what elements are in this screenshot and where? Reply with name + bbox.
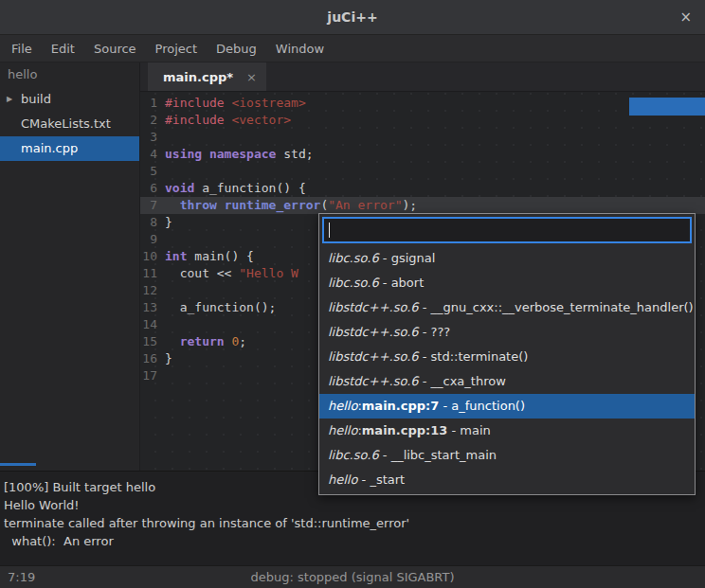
window-title: juCi++ — [327, 9, 377, 25]
backtrace-item[interactable]: libstdc++.so.6 - ??? — [319, 320, 695, 345]
line-number: 3 — [140, 129, 157, 146]
code-text: } — [165, 214, 172, 231]
window-close-icon[interactable]: × — [679, 9, 692, 26]
backtrace-search-input[interactable] — [322, 217, 692, 243]
file-tree: ▶buildCMakeLists.txtmain.cpp — [0, 87, 139, 161]
menu-debug[interactable]: Debug — [207, 35, 266, 62]
code-text: a_function(); — [165, 299, 276, 316]
status-bar: 7:19 debug: stopped (signal SIGABRT) — [0, 565, 705, 588]
line-number: 15 — [140, 333, 157, 350]
code-text: throw runtime_error("An error"); — [165, 197, 417, 214]
output-line: terminate called after throwing an insta… — [4, 514, 701, 532]
output-line: what(): An error — [4, 532, 701, 550]
backtrace-item[interactable]: libc.so.6 - abort — [319, 271, 695, 295]
code-line: 2#include <vector> — [140, 112, 705, 129]
debug-status: debug: stopped (signal SIGABRT) — [0, 566, 705, 588]
tree-item-build[interactable]: ▶build — [0, 87, 139, 112]
line-number: 16 — [140, 350, 157, 367]
backtrace-popup: libc.so.6 - gsignallibc.so.6 - abortlibs… — [318, 213, 696, 495]
sidebar: hello ▶buildCMakeLists.txtmain.cpp — [0, 62, 140, 471]
line-number: 7 — [140, 197, 157, 214]
code-line: 3 — [140, 129, 705, 146]
project-name: hello — [0, 62, 139, 87]
backtrace-item[interactable]: hello:main.cpp:13 - main — [319, 419, 695, 443]
tree-item-label: build — [21, 92, 51, 106]
line-number: 2 — [140, 112, 157, 129]
code-text: return 0; — [165, 333, 246, 350]
line-number: 4 — [140, 146, 157, 163]
tree-item-label: CMakeLists.txt — [21, 116, 111, 131]
output-line: Hello World! — [4, 496, 701, 514]
backtrace-list: libc.so.6 - gsignallibc.so.6 - abortlibs… — [319, 246, 695, 494]
line-number: 8 — [140, 214, 157, 231]
backtrace-item[interactable]: hello:main.cpp:7 - a_function() — [319, 394, 695, 419]
expander-icon[interactable]: ▶ — [7, 87, 12, 112]
tree-item-cmakelists-txt[interactable]: CMakeLists.txt — [0, 112, 139, 136]
tab-bar: main.cpp* × — [140, 62, 705, 92]
menu-project[interactable]: Project — [146, 35, 207, 62]
code-line: 1#include <iostream> — [140, 95, 705, 112]
code-line: 6void a_function() { — [140, 180, 705, 197]
menu-file[interactable]: File — [2, 35, 42, 62]
text-caret — [329, 223, 330, 238]
menu-bar: FileEditSourceProjectDebugWindow — [0, 35, 705, 62]
code-text: } — [165, 350, 172, 367]
backtrace-item[interactable]: libstdc++.so.6 - __cxa_throw — [319, 369, 695, 394]
code-text: #include <vector> — [165, 112, 291, 129]
line-number: 17 — [140, 367, 157, 384]
title-bar: juCi++ × — [0, 0, 705, 35]
editor-scrollbar-thumb[interactable] — [629, 98, 705, 116]
code-text: using namespace std; — [165, 146, 314, 163]
line-number: 13 — [140, 299, 157, 316]
tree-item-label: main.cpp — [21, 141, 78, 155]
code-text: int main() { — [165, 248, 254, 265]
menu-edit[interactable]: Edit — [42, 35, 84, 62]
menu-window[interactable]: Window — [266, 35, 334, 62]
code-text: #include <iostream> — [165, 95, 306, 112]
line-number: 11 — [140, 265, 157, 282]
code-line: 5 — [140, 163, 705, 180]
sidebar-scrollbar-thumb[interactable] — [0, 463, 36, 466]
line-number: 5 — [140, 163, 157, 180]
tree-item-main-cpp[interactable]: main.cpp — [0, 136, 139, 161]
tab-label: main.cpp* — [163, 70, 233, 84]
tab-close-icon[interactable]: × — [246, 70, 257, 84]
code-line: 4using namespace std; — [140, 146, 705, 163]
code-text: cout << "Hello W — [165, 265, 298, 282]
line-number: 1 — [140, 95, 157, 112]
line-number: 9 — [140, 231, 157, 248]
code-line: 7 throw runtime_error("An error"); — [140, 197, 705, 214]
line-number: 6 — [140, 180, 157, 197]
backtrace-item[interactable]: hello - _start — [319, 468, 695, 492]
backtrace-item[interactable]: libstdc++.so.6 - __gnu_cxx::__verbose_te… — [319, 295, 695, 320]
backtrace-item[interactable]: libc.so.6 - gsignal — [319, 246, 695, 271]
backtrace-item[interactable]: libc.so.6 - __libc_start_main — [319, 443, 695, 468]
code-text: void a_function() { — [165, 180, 306, 197]
line-number: 10 — [140, 248, 157, 265]
tab-main-cpp[interactable]: main.cpp* × — [148, 62, 266, 91]
menu-source[interactable]: Source — [84, 35, 146, 62]
line-number: 12 — [140, 282, 157, 299]
backtrace-item[interactable]: libstdc++.so.6 - std::terminate() — [319, 345, 695, 369]
line-number: 14 — [140, 316, 157, 333]
